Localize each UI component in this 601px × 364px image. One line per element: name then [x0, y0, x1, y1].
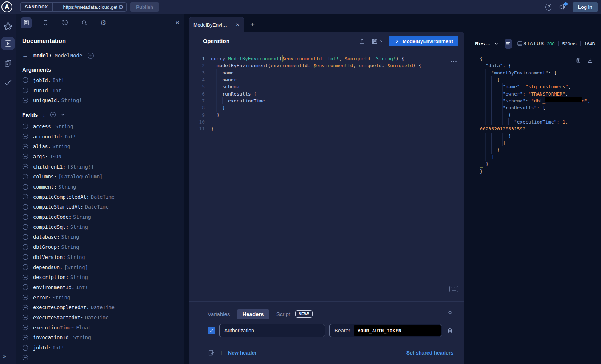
field-type-link[interactable]: String	[52, 295, 70, 300]
field-type-link[interactable]: DateTime	[85, 315, 109, 320]
add-field-icon[interactable]	[22, 355, 28, 361]
doc-field-row[interactable]: error: String	[22, 292, 184, 303]
history-icon[interactable]	[59, 17, 70, 28]
doc-field-row[interactable]: uniqueId: String!	[22, 95, 184, 105]
chevron-down-icon[interactable]	[61, 113, 65, 117]
add-field-icon[interactable]	[22, 97, 28, 104]
delete-header-icon[interactable]	[446, 327, 453, 334]
field-type-link[interactable]: DateTime	[91, 304, 115, 310]
field-type-link[interactable]: [String!]	[67, 164, 94, 170]
new-tab-icon[interactable]: +	[250, 20, 255, 28]
explorer-settings-gear-icon[interactable]: ⚙	[98, 17, 109, 28]
doc-field-row[interactable]: database: String	[22, 232, 184, 242]
field-type-link[interactable]: String	[73, 335, 91, 340]
doc-field-row[interactable]: compiledCode: String	[22, 212, 184, 222]
add-field-icon[interactable]	[22, 304, 28, 311]
add-field-icon[interactable]	[22, 234, 28, 240]
add-field-icon[interactable]	[22, 204, 28, 210]
publish-button[interactable]: Publish	[130, 2, 159, 12]
field-type-link[interactable]: String	[58, 184, 76, 190]
add-field-icon[interactable]	[22, 274, 28, 280]
field-type-link[interactable]: [CatalogColumn]	[58, 174, 103, 179]
doc-field-row[interactable]: alias: String	[22, 141, 184, 151]
doc-field-row[interactable]: compileCompletedAt: DateTime	[22, 192, 184, 202]
add-field-icon[interactable]	[22, 77, 28, 83]
endpoint-url[interactable]: https://metadata.cloud.get	[63, 4, 117, 10]
add-field-icon[interactable]	[22, 244, 28, 250]
field-type-link[interactable]: DateTime	[85, 204, 109, 210]
add-field-icon[interactable]	[22, 335, 28, 341]
field-type-link[interactable]: String	[61, 244, 79, 250]
doc-field-row[interactable]: description: String	[22, 272, 184, 282]
field-type-link[interactable]: Int	[52, 88, 61, 93]
doc-field-row[interactable]: dependsOn: [String]	[22, 262, 184, 272]
doc-field-row[interactable]: dbtGroup: String	[22, 242, 184, 252]
announcements-megaphone-icon[interactable]	[558, 3, 566, 11]
field-type-link[interactable]: String	[55, 124, 73, 129]
collapse-request-section-icon[interactable]	[447, 309, 453, 316]
close-tab-icon[interactable]: ✕	[236, 22, 240, 28]
field-type-link[interactable]: String	[52, 143, 70, 149]
add-field-icon[interactable]	[22, 153, 28, 159]
doc-field-row[interactable]	[22, 353, 184, 363]
tab-headers[interactable]: Headers	[237, 309, 269, 319]
field-type-link[interactable]: Int!	[52, 77, 64, 83]
doc-field-row[interactable]: compileStartedAt: DateTime	[22, 202, 184, 212]
field-type-link[interactable]: Int!	[64, 134, 76, 139]
doc-field-row[interactable]: args: JSON	[22, 151, 184, 162]
add-field-icon[interactable]	[22, 214, 28, 220]
field-type-link[interactable]: String	[70, 224, 88, 230]
doc-field-row[interactable]: accountId: Int!	[22, 132, 184, 142]
field-type-link[interactable]: Int!	[52, 345, 64, 351]
save-operation-icon[interactable]	[371, 38, 378, 45]
back-arrow-icon[interactable]: ←	[22, 52, 28, 59]
operation-tab[interactable]: ModelByEnvi… ✕	[189, 17, 244, 32]
doc-field-row[interactable]: jobId: Int!	[22, 75, 184, 85]
add-field-icon[interactable]	[22, 163, 28, 170]
tab-script[interactable]: Script	[276, 311, 290, 317]
checks-icon[interactable]	[1, 76, 15, 89]
doc-field-row[interactable]: executionTime: Float	[22, 323, 184, 333]
collapse-panel-icon[interactable]: «	[175, 18, 179, 26]
download-response-icon[interactable]	[587, 57, 593, 64]
field-type-link[interactable]: String	[67, 254, 85, 260]
add-field-icon[interactable]	[22, 264, 28, 270]
bookmarks-icon[interactable]	[40, 17, 51, 28]
doc-field-row[interactable]: dbtVersion: String	[22, 252, 184, 262]
header-value-input[interactable]: Bearer YOUR_AUTH_TOKEN	[329, 324, 442, 337]
documentation-tab-icon[interactable]	[21, 17, 32, 28]
doc-field-row[interactable]: childrenL1: [String!]	[22, 162, 184, 172]
doc-field-row[interactable]: access: String	[22, 121, 184, 132]
run-operation-button[interactable]: ModelByEnvironment	[389, 36, 458, 46]
tab-variables[interactable]: Variables	[208, 311, 230, 317]
field-type-link[interactable]: Int!	[76, 284, 88, 290]
doc-field-row[interactable]: columns: [CatalogColumn]	[22, 172, 184, 182]
set-shared-headers-button[interactable]: Set shared headers	[406, 350, 453, 356]
header-enabled-checkbox[interactable]	[208, 327, 215, 334]
login-button[interactable]: Log in	[573, 2, 598, 12]
copy-response-icon[interactable]	[575, 57, 581, 64]
endpoint-address-bar[interactable]: SANDBOX https://metadata.cloud.get ⚙	[20, 2, 127, 12]
field-type-link[interactable]: String!	[61, 97, 82, 103]
breadcrumb-type-link[interactable]: ModelNode	[55, 53, 83, 58]
sort-fields-icon[interactable]: ↓	[43, 112, 45, 118]
search-icon[interactable]	[79, 17, 89, 28]
share-operation-icon[interactable]	[358, 38, 365, 45]
add-field-icon[interactable]	[22, 123, 28, 129]
editor-options-icon[interactable]	[450, 60, 457, 62]
add-field-icon[interactable]	[50, 112, 56, 118]
doc-field-row[interactable]: compiledSql: String	[22, 222, 184, 232]
add-field-icon[interactable]	[22, 224, 28, 230]
schema-graph-icon[interactable]	[1, 20, 15, 33]
add-field-icon[interactable]	[22, 314, 28, 320]
add-field-icon[interactable]	[22, 194, 28, 200]
add-all-fields-icon[interactable]	[87, 52, 94, 59]
add-field-icon[interactable]	[22, 254, 28, 260]
graphql-editor[interactable]: 1query ModelByEnvironment($environmentId…	[189, 55, 464, 133]
doc-field-row[interactable]: jobId: Int!	[22, 343, 184, 353]
table-view-toggle-icon[interactable]	[517, 40, 523, 47]
field-type-link[interactable]: [String]	[64, 264, 88, 270]
field-type-link[interactable]: DateTime	[91, 194, 115, 200]
add-field-icon[interactable]	[22, 87, 28, 93]
save-options-chevron-icon[interactable]	[380, 39, 383, 43]
